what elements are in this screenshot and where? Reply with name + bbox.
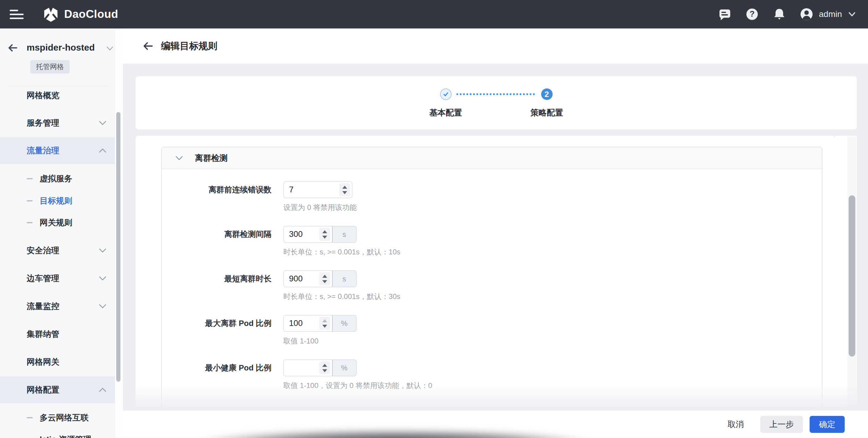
stepper-down-icon[interactable] [322,325,327,328]
chevron-down-icon [99,248,106,253]
notification-bell-icon[interactable] [772,7,786,21]
field-hint: 时长单位：s, >= 0.001s，默认：10s [283,247,822,257]
sidebar-item-istio-resources[interactable]: Istio 资源管理 [0,428,115,438]
field-hint: 设置为 0 将禁用该功能 [283,203,822,212]
field-label: 离群前连续错误数 [162,184,272,195]
field-hint: 时长单位：s, >= 0.001s，默认：30s [283,292,822,301]
field-label: 离群检测间隔 [162,229,272,240]
sidebar-item-traffic-mgmt[interactable]: 流量治理 [0,137,115,164]
number-stepper[interactable] [319,272,330,285]
field-label: 最短离群时长 [162,273,272,284]
stepper-down-icon[interactable] [342,191,347,194]
chevron-up-icon [99,387,106,392]
stepper-up-icon[interactable] [322,275,327,278]
field-label: 最小健康 Pod 比例 [162,362,272,373]
step2-active-circle[interactable]: 2 [541,88,553,100]
mesh-back-icon[interactable] [7,42,18,53]
section-header[interactable]: 离群检测 [162,147,822,169]
brand[interactable]: DaoCloud [43,6,118,22]
step2-label: 策略配置 [531,107,563,118]
svg-text:?: ? [749,9,754,19]
stepper-up-icon[interactable] [322,230,327,233]
chevron-down-icon [99,121,106,125]
form-row-max-ejection-percent: 最大离群 Pod 比例 % 取值 1-100 [162,315,822,346]
form-row-consecutive-errors: 离群前连续错误数 设置为 0 将禁用该功能 [162,181,822,212]
sidebar-item-traffic-monitor[interactable]: 流量监控 [0,293,115,320]
stepper-up-icon[interactable] [342,186,347,189]
form-row-min-ejection-duration: 最短离群时长 s 时长单位：s, >= 0.001s，默认：30s [162,270,822,301]
topbar: DaoCloud ? [0,0,868,28]
dash-icon [27,178,33,179]
number-stepper[interactable] [319,228,330,241]
sidebar-item-security-mgmt[interactable]: 安全治理 [0,237,115,264]
form-card: 离群检测 离群前连续错误数 设置为 0 将禁用该功能 [135,136,835,410]
daocloud-logo-icon [43,6,59,22]
stepper-down-icon[interactable] [322,369,327,372]
mesh-select-chevron-icon[interactable] [105,46,115,52]
check-icon [442,90,450,98]
sidebar-item-virtual-service[interactable]: 虚拟服务 [0,168,115,189]
number-stepper[interactable] [319,317,330,330]
stepper-card: 2 基本配置 策略配置 [135,76,857,129]
stepper-down-icon[interactable] [322,280,327,283]
chevron-down-icon [99,276,106,281]
number-stepper[interactable] [339,183,350,196]
stepper: 2 基本配置 策略配置 [440,88,553,118]
mesh-name[interactable]: mspider-hosted [27,42,95,53]
unit-label: s [332,270,356,287]
sidebar-item-cluster-mgmt[interactable]: 集群纳管 [0,321,115,347]
sidebar-item-sidecar-mgmt[interactable]: 边车管理 [0,265,115,292]
page-header: 编辑目标规则 [115,28,868,64]
cancel-button[interactable]: 取消 [725,416,746,433]
form-footer: 取消 上一步 确定 [115,410,868,438]
page-title: 编辑目标规则 [161,40,217,52]
section-body: 离群前连续错误数 设置为 0 将禁用该功能 离群检测间隔 [162,169,822,390]
sidebar-item-destination-rule[interactable]: 目标规则 [0,189,115,212]
sidebar-item-mesh-overview[interactable]: 网格概览 [0,82,115,109]
topbar-actions: ? admin [705,7,868,21]
dash-icon [27,417,33,418]
form-row-detection-interval: 离群检测间隔 s 时长单位：s, >= 0.001s，默认：10s [162,226,822,257]
stepper-up-icon[interactable] [322,319,327,322]
dash-icon [27,222,33,223]
section-title: 离群检测 [195,153,227,164]
message-icon[interactable] [718,7,732,21]
sidebar-item-service-mgmt[interactable]: 服务管理 [0,110,115,136]
field-label: 最大离群 Pod 比例 [162,318,272,329]
stepper-up-icon[interactable] [322,364,327,367]
field-hint: 取值 1-100 [283,336,822,346]
chevron-down-icon [99,304,106,309]
sidebar-item-mesh-gateway[interactable]: 网格网关 [0,349,115,375]
unit-label: s [332,226,356,243]
sidebar-scrollbar-thumb[interactable] [116,112,120,382]
outlier-detection-section: 离群检测 离群前连续错误数 设置为 0 将禁用该功能 [161,147,822,410]
stepper-down-icon[interactable] [322,236,327,239]
confirm-button[interactable]: 确定 [810,416,845,433]
field-hint: 取值 1-100，设置为 0 将禁用该功能，默认：0 [283,381,822,390]
section-collapse-chevron-icon[interactable] [175,155,183,161]
number-stepper[interactable] [319,361,330,374]
user-menu-chevron-icon[interactable] [847,10,857,18]
sidebar: mspider-hosted 托管网格 网格概览 服务管理 流量治理 虚拟服务 … [0,28,115,438]
step1-label: 基本配置 [430,107,462,118]
stepper-dotted-line [456,93,536,95]
content-scrollbar-thumb[interactable] [849,195,855,356]
unit-label: % [332,359,356,376]
brand-name: DaoCloud [64,8,118,21]
user-avatar-icon[interactable] [800,7,813,21]
previous-step-button[interactable]: 上一步 [760,416,803,433]
unit-label: % [332,315,356,332]
form-row-min-health-percent: 最小健康 Pod 比例 % 取值 1-100，设置为 0 将禁用该功能，默认：0 [162,359,822,390]
sidebar-item-mesh-config[interactable]: 网格配置 [0,377,115,403]
back-icon[interactable] [142,40,154,52]
hamburger-menu-icon[interactable] [10,8,25,20]
sidebar-item-gateway-rule[interactable]: 网关规则 [0,211,115,234]
help-icon[interactable]: ? [745,7,759,21]
username-label: admin [819,9,842,19]
mesh-type-badge: 托管网格 [30,60,70,74]
step1-done-circle[interactable] [440,88,452,100]
chevron-up-icon [99,148,106,153]
sidebar-item-multicloud-network[interactable]: 多云网络互联 [0,407,115,429]
dash-icon [27,200,33,201]
